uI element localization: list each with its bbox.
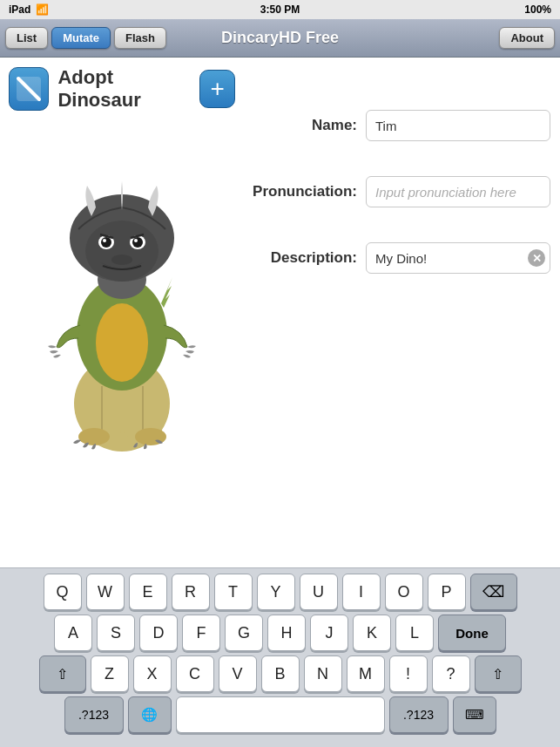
key-v[interactable]: V (219, 655, 257, 692)
key-s[interactable]: S (97, 615, 135, 651)
description-label: Description: (253, 249, 357, 267)
svg-point-13 (85, 221, 159, 282)
svg-point-19 (134, 239, 138, 242)
svg-point-7 (78, 428, 110, 445)
status-time: 3:50 PM (260, 3, 300, 16)
svg-point-16 (103, 239, 106, 242)
done-key[interactable]: Done (438, 615, 506, 651)
svg-point-15 (101, 237, 111, 248)
description-input-wrapper: ✕ (366, 242, 550, 274)
key-u[interactable]: U (300, 574, 338, 610)
dino-slash-icon (14, 74, 44, 104)
name-label: Name: (253, 117, 357, 134)
keyboard-row-2: A S D F G H J K L Done (3, 615, 557, 651)
key-i[interactable]: I (342, 574, 381, 610)
description-input[interactable] (366, 242, 550, 274)
keyboard-row-4: .?123 🌐 .?123 ⌨ (3, 696, 557, 733)
adopt-title: Adopt Dinosaur (57, 66, 191, 112)
status-bar: iPad 📶 3:50 PM 100% (0, 0, 560, 19)
svg-point-10 (96, 303, 148, 382)
flash-button[interactable]: Flash (114, 27, 166, 49)
key-j[interactable]: J (310, 615, 348, 651)
svg-point-22 (111, 255, 132, 265)
mutate-button[interactable]: Mutate (51, 27, 111, 49)
pronunciation-field-row: Pronunciation: (253, 176, 550, 207)
keyboard: Q W E R T Y U I O P ⌫ A S D F G H J K L … (0, 567, 560, 747)
key-h[interactable]: H (267, 615, 306, 651)
key-q[interactable]: Q (44, 574, 82, 610)
key-m[interactable]: M (347, 655, 385, 692)
shift-right-key[interactable]: ⇧ (475, 655, 522, 692)
name-field-row: Name: (253, 110, 550, 141)
list-button[interactable]: List (5, 27, 48, 49)
dino-image-area (9, 125, 235, 465)
key-t[interactable]: T (214, 574, 253, 610)
key-x[interactable]: X (133, 655, 172, 692)
key-exclamation[interactable]: ! (389, 655, 428, 692)
keyboard-row-3: ⇧ Z X C V B N M ! ? ⇧ (3, 655, 557, 692)
description-field-row: Description: ✕ (253, 242, 550, 274)
ipad-label: iPad (9, 3, 30, 16)
key-n[interactable]: N (304, 655, 342, 692)
nav-bar: List Mutate Flash DincaryHD Free About (0, 19, 560, 58)
status-battery: 100% (524, 3, 551, 16)
dino-icon-button[interactable] (9, 67, 49, 111)
key-c[interactable]: C (176, 655, 214, 692)
wifi-icon: 📶 (36, 3, 49, 16)
shift-left-key[interactable]: ⇧ (39, 655, 86, 692)
key-b[interactable]: B (261, 655, 300, 692)
emoji-key[interactable]: 🌐 (128, 696, 172, 733)
right-panel: Name: Pronunciation: Description: ✕ (244, 58, 560, 567)
key-z[interactable]: Z (91, 655, 129, 692)
dinosaur-illustration (26, 133, 218, 456)
status-left: iPad 📶 (9, 3, 49, 16)
num-right-key[interactable]: .?123 (389, 696, 449, 733)
keyboard-dismiss-key[interactable]: ⌨ (453, 696, 496, 733)
key-e[interactable]: E (129, 574, 167, 610)
key-w[interactable]: W (86, 574, 125, 610)
key-k[interactable]: K (353, 615, 391, 651)
main-content: Adopt Dinosaur + (0, 58, 560, 567)
adopt-header: Adopt Dinosaur + (9, 66, 235, 112)
key-r[interactable]: R (172, 574, 210, 610)
key-question[interactable]: ? (432, 655, 470, 692)
nav-buttons-left: List Mutate Flash (5, 27, 166, 49)
add-button[interactable]: + (199, 70, 235, 108)
key-o[interactable]: O (385, 574, 423, 610)
key-y[interactable]: Y (257, 574, 295, 610)
left-panel: Adopt Dinosaur + (0, 58, 244, 567)
key-l[interactable]: L (395, 615, 434, 651)
key-d[interactable]: D (139, 615, 178, 651)
name-input[interactable] (366, 110, 550, 141)
key-p[interactable]: P (428, 574, 466, 610)
key-a[interactable]: A (54, 615, 92, 651)
about-button[interactable]: About (499, 27, 555, 49)
clear-description-button[interactable]: ✕ (528, 249, 545, 267)
pronunciation-label: Pronunciation: (253, 183, 357, 200)
svg-point-18 (132, 237, 143, 248)
key-g[interactable]: G (225, 615, 263, 651)
pronunciation-input[interactable] (366, 176, 550, 207)
keyboard-row-1: Q W E R T Y U I O P ⌫ (3, 574, 557, 610)
nav-title: DincaryHD Free (221, 29, 339, 47)
battery-label: 100% (524, 3, 551, 16)
num-left-key[interactable]: .?123 (64, 696, 124, 733)
key-f[interactable]: F (182, 615, 220, 651)
add-icon: + (210, 77, 224, 101)
space-key[interactable] (176, 696, 385, 733)
backspace-key[interactable]: ⌫ (470, 574, 517, 610)
